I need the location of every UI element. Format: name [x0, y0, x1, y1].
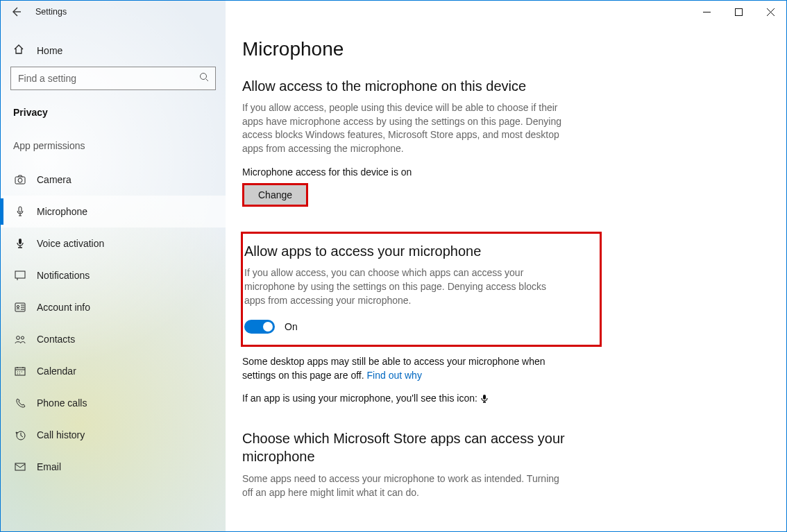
- desktop-apps-note: Some desktop apps may still be able to a…: [242, 355, 568, 382]
- email-icon: [13, 463, 27, 471]
- svg-point-9: [17, 336, 20, 340]
- sidebar-item-label: Notifications: [37, 270, 90, 281]
- minimize-button[interactable]: [691, 1, 722, 23]
- device-access-status: Microphone access for this device is on: [242, 166, 753, 178]
- toggle-row: On: [243, 320, 589, 334]
- sidebar-item-label: Account info: [37, 302, 90, 313]
- highlight-box-apps-access: Allow apps to access your microphone If …: [241, 232, 602, 347]
- sidebar-item-label: Calendar: [37, 366, 76, 377]
- back-button[interactable]: [1, 6, 31, 17]
- sidebar-item-label: Contacts: [37, 334, 75, 345]
- main-content: Microphone Allow access to the microphon…: [226, 1, 786, 531]
- sidebar-item-home[interactable]: Home: [1, 38, 226, 67]
- change-button[interactable]: Change: [242, 183, 308, 207]
- svg-rect-4: [19, 207, 22, 212]
- sidebar-item-camera[interactable]: Camera: [1, 164, 226, 196]
- group-label: App permissions: [1, 133, 226, 164]
- section-heading-store-apps: Choose which Microsoft Store apps can ac…: [242, 429, 568, 465]
- maximize-button[interactable]: [722, 1, 754, 23]
- search-wrapper: [10, 67, 216, 90]
- camera-icon: [13, 175, 27, 185]
- arrow-left-icon: [10, 6, 22, 17]
- microphone-icon: [13, 206, 27, 217]
- sidebar-item-voice-activation[interactable]: Voice activation: [1, 228, 226, 259]
- home-icon: [13, 44, 27, 57]
- sidebar-item-email[interactable]: Email: [1, 451, 226, 483]
- calendar-icon: [13, 366, 27, 376]
- sidebar-item-notifications[interactable]: Notifications: [1, 259, 226, 291]
- title-bar: Settings: [1, 1, 786, 23]
- svg-rect-0: [735, 8, 742, 15]
- maximize-icon: [735, 8, 743, 16]
- svg-point-1: [201, 74, 207, 80]
- section-body-apps-access: If you allow access, you can choose whic…: [243, 266, 569, 307]
- notifications-icon: [13, 271, 27, 280]
- svg-point-10: [22, 336, 24, 339]
- sidebar-item-label: Microphone: [37, 206, 87, 217]
- sidebar-item-label: Camera: [37, 174, 71, 185]
- apps-access-toggle[interactable]: [244, 320, 275, 334]
- window-title: Settings: [31, 7, 67, 17]
- section-body-device-access: If you allow access, people using this d…: [242, 101, 568, 155]
- sidebar-item-label: Call history: [37, 429, 85, 440]
- category-label: Privacy: [1, 103, 226, 133]
- svg-rect-13: [15, 463, 25, 470]
- close-icon: [767, 8, 775, 16]
- account-info-icon: [13, 302, 27, 312]
- minimize-icon: [703, 8, 711, 16]
- in-use-note: If an app is using your microphone, you'…: [242, 392, 568, 406]
- sidebar-item-calendar[interactable]: Calendar: [1, 355, 226, 387]
- microphone-in-use-icon: [480, 393, 489, 404]
- sidebar-item-label: Home: [37, 45, 62, 56]
- section-heading-device-access: Allow access to the microphone on this d…: [242, 78, 753, 94]
- sidebar-item-contacts[interactable]: Contacts: [1, 323, 226, 355]
- call-history-icon: [13, 430, 27, 440]
- svg-rect-5: [19, 239, 22, 244]
- page-title: Microphone: [242, 38, 753, 60]
- sidebar-item-label: Voice activation: [37, 238, 104, 249]
- toggle-state-label: On: [285, 321, 298, 332]
- window-controls: [691, 1, 786, 23]
- sidebar: Home Privacy App permissions Camera Micr…: [1, 1, 226, 531]
- sidebar-item-account-info[interactable]: Account info: [1, 291, 226, 323]
- sidebar-item-label: Phone calls: [37, 397, 87, 409]
- sidebar-item-phone-calls[interactable]: Phone calls: [1, 387, 226, 419]
- contacts-icon: [13, 334, 27, 344]
- svg-point-3: [18, 178, 22, 182]
- sidebar-item-microphone[interactable]: Microphone: [1, 196, 226, 228]
- voice-activation-icon: [13, 238, 27, 249]
- toggle-knob: [263, 322, 273, 332]
- section-body-store-apps: Some apps need to access your microphone…: [242, 472, 568, 499]
- svg-rect-6: [15, 271, 25, 278]
- svg-point-8: [17, 305, 19, 307]
- section-heading-apps-access: Allow apps to access your microphone: [243, 243, 589, 259]
- phone-icon: [13, 398, 27, 409]
- svg-rect-14: [483, 395, 486, 400]
- search-input[interactable]: [10, 67, 216, 90]
- find-out-why-link[interactable]: Find out why: [367, 370, 422, 381]
- sidebar-item-call-history[interactable]: Call history: [1, 419, 226, 451]
- search-icon: [199, 72, 209, 85]
- close-button[interactable]: [754, 1, 786, 23]
- sidebar-item-label: Email: [37, 461, 61, 472]
